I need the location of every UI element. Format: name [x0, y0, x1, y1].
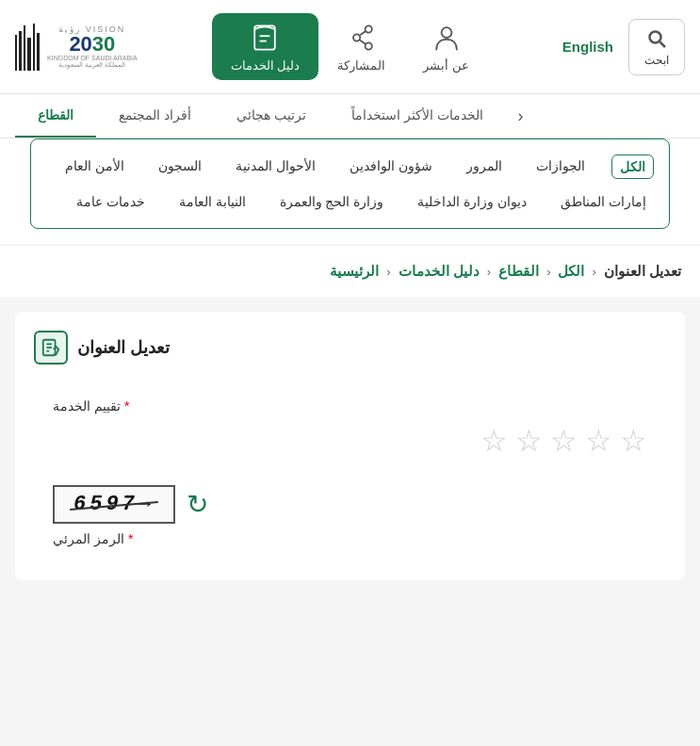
- service-title-icon: [34, 331, 68, 365]
- svg-line-1: [660, 41, 666, 47]
- nav-dalil-label: دليل الخدمات: [231, 58, 301, 73]
- breadcrumb-sep-2: ‹: [487, 265, 491, 279]
- visible-code-label-text: الرمز المرئي: [53, 531, 124, 546]
- content-area: تعديل العنوان * تقييم الخدمة ☆ ☆ ☆: [0, 297, 700, 610]
- search-icon: [645, 27, 668, 50]
- service-section: تعديل العنوان * تقييم الخدمة ☆ ☆ ☆: [15, 312, 685, 580]
- breadcrumb-sep-4: ‹: [592, 265, 595, 279]
- captcha-refresh-icon[interactable]: ↻: [187, 489, 208, 520]
- rating-label: * تقييم الخدمة: [53, 398, 647, 414]
- nav-mosharaka[interactable]: المشاركة: [318, 13, 404, 80]
- categories-grid: الكل الجوازات المرور شؤون الوافدين الأحو…: [46, 154, 654, 213]
- tab-individuals[interactable]: أفراد المجتمع: [96, 94, 214, 138]
- breadcrumb-all[interactable]: الكل: [558, 263, 584, 280]
- breadcrumb-sep-3: ‹: [546, 265, 550, 279]
- svg-point-2: [441, 27, 451, 38]
- breadcrumb-sep-1: ‹: [386, 265, 390, 279]
- dalil-icon: [248, 21, 282, 55]
- cat-public-security[interactable]: الأمن العام: [57, 154, 132, 179]
- svg-line-7: [360, 41, 366, 45]
- cat-all[interactable]: الكل: [611, 154, 654, 179]
- star-2[interactable]: ☆: [585, 423, 612, 459]
- cat-hajj[interactable]: وزارة الحج والعمرة: [272, 190, 392, 213]
- captcha-box: →6597: [53, 485, 175, 524]
- star-3[interactable]: ☆: [550, 423, 578, 459]
- search-label: ابحث: [644, 54, 669, 67]
- vision-sub: KINGDOM OF SAUDI ARABIA: [47, 55, 138, 61]
- cat-diwan[interactable]: ديوان وزارة الداخلية: [410, 190, 534, 213]
- nav-dalil[interactable]: دليل الخدمات: [212, 13, 319, 80]
- cat-emirates[interactable]: إمارات المناطق: [553, 190, 654, 213]
- star-1[interactable]: ☆: [620, 423, 647, 459]
- visible-code-label-row: * الرمز المرئي: [34, 527, 666, 561]
- english-link[interactable]: English: [562, 39, 613, 55]
- cat-traffic[interactable]: المرور: [459, 154, 510, 179]
- stars-row: ☆ ☆ ☆ ☆ ☆: [53, 423, 647, 459]
- cat-passports[interactable]: الجوازات: [529, 154, 593, 179]
- categories-box: الكل الجوازات المرور شؤون الوافدين الأحو…: [30, 138, 670, 229]
- breadcrumb-current: تعديل العنوان: [604, 263, 681, 280]
- header-right: ابحث English: [562, 19, 685, 75]
- cat-prosecution[interactable]: النيابة العامة: [171, 190, 253, 213]
- captcha-value: →6597: [73, 493, 155, 516]
- vision-year: 2030: [69, 34, 115, 55]
- tab-sector[interactable]: القطاع: [15, 94, 96, 138]
- star-4[interactable]: ☆: [515, 423, 543, 459]
- rating-required-star: *: [124, 398, 129, 414]
- vision-org: المملكة العربية السعودية: [58, 61, 125, 69]
- breadcrumb-home[interactable]: الرئيسية: [330, 263, 379, 280]
- svg-point-3: [353, 34, 360, 41]
- captcha-section: ↻ →6597: [34, 474, 666, 527]
- header-nav: عن أبشر المشاركة دليل الخدمات: [212, 13, 488, 80]
- tab-arrow-prev[interactable]: ‹: [506, 101, 536, 131]
- breadcrumb: تعديل العنوان ‹ الكل ‹ القطاع ‹ دليل الخ…: [0, 246, 700, 297]
- header: ابحث English عن أبشر المشاركة: [0, 0, 700, 94]
- breadcrumb-sector[interactable]: القطاع: [498, 263, 539, 280]
- nav-absher[interactable]: عن أبشر: [404, 13, 488, 80]
- search-button[interactable]: ابحث: [628, 19, 685, 75]
- cat-expatriates[interactable]: شؤون الوافدين: [342, 154, 440, 179]
- cat-prisons[interactable]: السجون: [151, 154, 209, 179]
- tab-most-used[interactable]: الخدمات الأكثر استخداماً: [329, 94, 506, 138]
- nav-absher-label: عن أبشر: [423, 58, 469, 73]
- svg-line-6: [360, 31, 366, 36]
- cat-general-services[interactable]: خدمات عامة: [69, 190, 153, 213]
- service-title-text: تعديل العنوان: [77, 337, 170, 358]
- tabs-row: ‹ الخدمات الأكثر استخداماً ترتيب هجائي أ…: [0, 94, 700, 138]
- visible-code-required: *: [128, 531, 133, 546]
- rating-label-text: تقييم الخدمة: [53, 398, 121, 414]
- star-5[interactable]: ☆: [480, 423, 508, 459]
- header-left: VISION رؤية 2030 KINGDOM OF SAUDI ARABIA…: [15, 24, 138, 71]
- svg-point-0: [650, 31, 661, 42]
- service-title: تعديل العنوان: [34, 331, 666, 365]
- mosharaka-icon: [345, 21, 379, 55]
- vision-logo: VISION رؤية 2030 KINGDOM OF SAUDI ARABIA…: [47, 24, 138, 69]
- edit-icon: [41, 337, 61, 358]
- barcode-icon: [15, 24, 40, 71]
- rating-section: * تقييم الخدمة ☆ ☆ ☆ ☆ ☆: [34, 383, 666, 474]
- nav-mosharaka-label: المشاركة: [337, 58, 385, 73]
- cat-civil[interactable]: الأحوال المدنية: [228, 154, 323, 179]
- absher-icon: [430, 21, 464, 55]
- svg-rect-8: [255, 25, 276, 49]
- tab-alphabetical[interactable]: ترتيب هجائي: [214, 94, 329, 138]
- breadcrumb-dalil[interactable]: دليل الخدمات: [399, 263, 480, 280]
